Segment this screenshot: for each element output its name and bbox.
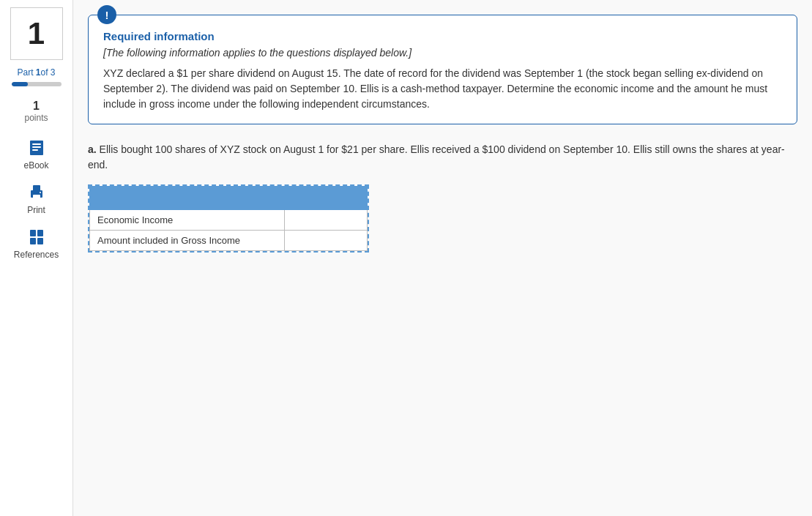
economic-income-input[interactable] [292,214,360,226]
gross-income-input[interactable] [292,234,360,247]
svg-rect-10 [30,238,36,244]
table-header-value [285,187,368,210]
question-body: Ellis bought 100 shares of XYZ stock on … [88,143,785,171]
gross-income-value[interactable] [285,231,368,251]
info-title: Required information [103,30,782,42]
table-header-label [90,187,285,210]
svg-rect-11 [37,238,43,244]
print-icon [26,182,47,203]
svg-rect-1 [32,143,41,145]
ebook-icon [26,138,47,158]
part-label: Part 1of 3 [17,67,55,78]
main-content: ! Required information [The following in… [73,0,812,516]
required-info-box: ! Required information [The following in… [88,15,797,124]
svg-rect-3 [32,149,38,151]
svg-rect-2 [32,146,41,148]
svg-point-7 [40,192,41,193]
question-number: 1 [10,7,63,60]
points-label: points [24,113,48,123]
progress-bar [12,82,62,86]
gross-income-label: Amount included in Gross Income [90,231,285,251]
references-icon [26,227,47,247]
ebook-button[interactable]: eBook [23,138,48,171]
sidebar: 1 Part 1of 3 1 points eBook [0,0,73,516]
table-row: Amount included in Gross Income [90,231,368,251]
answer-table: Economic Income Amount included in Gross… [89,186,368,251]
references-label: References [14,250,59,260]
info-italic-text: [The following information applies to th… [103,47,782,59]
question-text: a. Ellis bought 100 shares of XYZ stock … [88,142,797,173]
table-row: Economic Income [90,210,368,231]
economic-income-label: Economic Income [90,210,285,231]
progress-bar-fill [12,82,28,86]
ebook-label: eBook [23,160,48,171]
info-body-text: XYZ declared a $1 per share dividend on … [103,66,782,112]
svg-rect-8 [30,230,36,236]
svg-rect-9 [37,230,43,236]
svg-rect-5 [33,185,40,191]
references-button[interactable]: References [14,227,59,260]
answer-table-wrapper: Economic Income Amount included in Gross… [88,184,369,253]
economic-income-value[interactable] [285,210,368,231]
info-icon: ! [97,5,116,24]
print-label: Print [27,205,45,215]
question-label: a. [88,143,97,155]
points-number: 1 [33,100,40,113]
svg-rect-6 [33,195,40,199]
print-button[interactable]: Print [26,182,47,215]
